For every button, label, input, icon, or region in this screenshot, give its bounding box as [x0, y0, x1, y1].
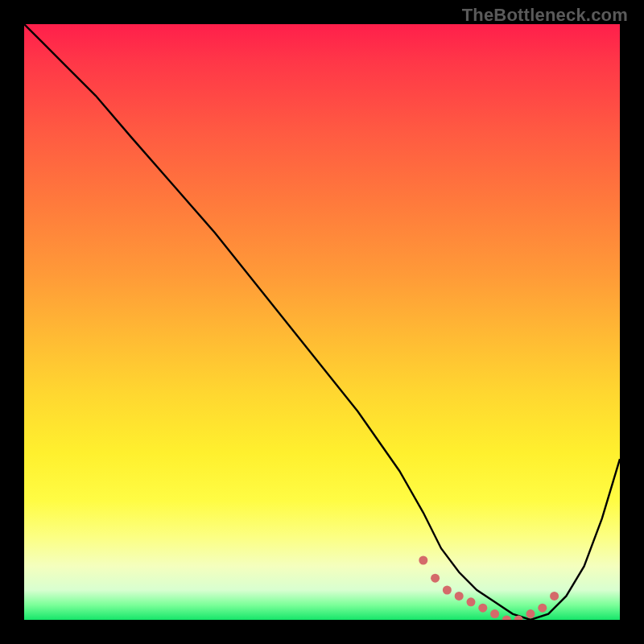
marker-point	[419, 556, 427, 565]
marker-point	[478, 604, 487, 613]
marker-point	[538, 604, 547, 613]
marker-point	[550, 592, 559, 601]
marker-point	[443, 586, 452, 595]
marker-point	[490, 609, 499, 618]
marker-point	[526, 609, 535, 618]
marker-point	[467, 597, 476, 606]
watermark-text: TheBottleneck.com	[462, 5, 628, 26]
bottleneck-curve	[24, 24, 620, 620]
curve-svg	[24, 24, 620, 620]
marker-group	[419, 556, 559, 621]
plot-area	[24, 24, 620, 620]
chart-frame: TheBottleneck.com	[0, 0, 644, 644]
marker-point	[431, 574, 440, 583]
marker-point	[502, 616, 511, 621]
marker-point	[455, 592, 464, 601]
